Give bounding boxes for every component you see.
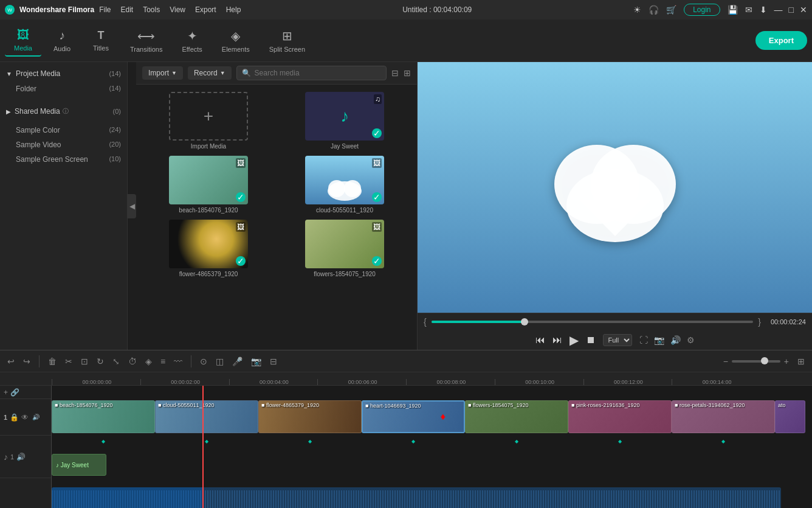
toolbar-titles[interactable]: T Titles xyxy=(83,26,119,55)
menu-file[interactable]: File xyxy=(99,5,111,14)
timer-button[interactable]: ⏱ xyxy=(126,355,139,367)
kf-dot-2: ◆ xyxy=(205,439,208,444)
zoom-slider[interactable] xyxy=(732,360,780,363)
brightness-icon[interactable]: ☀ xyxy=(633,5,641,15)
flower-item[interactable]: 🖼 ✓ flower-4865379_1920 xyxy=(143,220,274,277)
waveform-button[interactable]: 〰 xyxy=(171,355,185,367)
close-button[interactable]: ✕ xyxy=(800,5,807,15)
zoom-minus-button[interactable]: − xyxy=(723,357,728,366)
preview-timeline-bar[interactable] xyxy=(432,321,754,323)
play-button[interactable]: ▶ xyxy=(569,333,579,347)
shared-media-header[interactable]: ▶ Shared Media ⓘ (0) xyxy=(0,103,127,119)
download-icon[interactable]: ⬇ xyxy=(760,5,767,15)
sub-button[interactable]: ⊟ xyxy=(267,355,280,367)
heart-clip[interactable]: ■ heart-1046693_1920 ♦ xyxy=(362,400,465,433)
toolbar-elements[interactable]: ◈ Elements xyxy=(213,25,258,57)
bracket-left[interactable]: { xyxy=(424,317,427,327)
redo-button[interactable]: ↪ xyxy=(21,355,33,367)
filter-icon[interactable]: ⊟ xyxy=(391,68,399,78)
rotate-button[interactable]: ↻ xyxy=(94,355,106,367)
cloud-item[interactable]: 🖼 ✓ cloud-5055011_1920 xyxy=(280,156,410,214)
flowers2-item[interactable]: 🖼 ✓ flowers-1854075_1920 xyxy=(280,220,410,277)
rewind-button[interactable]: ⏮ xyxy=(535,335,545,346)
project-media-header[interactable]: ▼ Project Media (14) xyxy=(0,66,127,82)
fullscreen-icon[interactable]: ⛶ xyxy=(639,335,648,345)
pink-clip[interactable]: ■ pink-roses-2191636_1920 xyxy=(568,400,672,433)
mail-icon[interactable]: ✉ xyxy=(745,5,752,15)
playhead[interactable] xyxy=(202,386,204,508)
eye-icon[interactable]: 👁 xyxy=(21,413,29,422)
menu-edit[interactable]: Edit xyxy=(120,5,133,14)
lock-icon[interactable]: 🔒 xyxy=(10,413,19,422)
import-media-item[interactable]: + Import Media xyxy=(143,92,274,150)
record-button[interactable]: Record ▼ xyxy=(188,66,232,80)
step-back-button[interactable]: ⏭ xyxy=(552,335,562,346)
menu-view[interactable]: View xyxy=(170,5,185,14)
crop-button[interactable]: ⊡ xyxy=(78,355,91,367)
toolbar-split-screen[interactable]: ⊞ Split Screen xyxy=(261,25,314,57)
sidebar-item-sample-color[interactable]: Sample Color (24) xyxy=(0,123,127,137)
sidebar-collapse-button[interactable]: ◀ xyxy=(128,194,136,218)
undo-button[interactable]: ↩ xyxy=(5,355,17,367)
beach-clip[interactable]: ■ beach-1854076_1920 xyxy=(52,400,155,433)
menu-export[interactable]: Export xyxy=(195,5,216,14)
quality-select[interactable]: Full 1/2 1/4 xyxy=(603,334,632,346)
cart-icon[interactable]: 🛒 xyxy=(666,5,676,15)
mic-button[interactable]: 🎤 xyxy=(230,355,245,367)
ato-clip[interactable]: ato xyxy=(775,400,805,433)
grid-view-icon[interactable]: ⊞ xyxy=(404,68,411,78)
maximize-button[interactable]: □ xyxy=(789,5,794,15)
zoom-handle[interactable] xyxy=(761,357,768,364)
bracket-right[interactable]: } xyxy=(758,317,761,327)
menu-tools[interactable]: Tools xyxy=(143,5,160,14)
stop-button[interactable]: ⏹ xyxy=(586,335,596,346)
expand-button[interactable]: ⊞ xyxy=(795,355,807,367)
cut-button[interactable]: ✂ xyxy=(63,355,75,367)
audio-settings-button[interactable]: ≡ xyxy=(158,355,168,367)
toolbar-media-label: Media xyxy=(14,44,32,52)
project-media-count: (14) xyxy=(109,70,121,77)
jay-sweet-item[interactable]: ♪ ♫ ✓ Jay Sweet xyxy=(280,92,410,150)
toolbar-transitions[interactable]: ⟷ Transitions xyxy=(122,25,171,57)
toolbar-media[interactable]: 🖼 Media xyxy=(5,24,41,57)
flowers2-clip[interactable]: ■ flowers-1854075_1920 xyxy=(465,400,568,433)
waveform-clip[interactable] xyxy=(52,487,781,508)
delete-button[interactable]: 🗑 xyxy=(46,355,59,367)
cloud-clip[interactable]: ■ cloud-5055011_1920 xyxy=(155,400,258,433)
login-button[interactable]: Login xyxy=(684,4,720,16)
rose-clip-label: ■ rose-petals-3194062_1920 xyxy=(675,402,745,408)
search-input[interactable] xyxy=(255,69,381,77)
search-icon: 🔍 xyxy=(242,69,251,77)
sidebar-item-sample-green[interactable]: Sample Green Screen (10) xyxy=(0,152,127,167)
track-icons-1: 🔒 👁 xyxy=(10,413,29,422)
headphone-icon[interactable]: 🎧 xyxy=(649,5,659,15)
import-media-box[interactable]: + xyxy=(169,92,248,141)
menu-help[interactable]: Help xyxy=(226,5,241,14)
search-box[interactable]: 🔍 xyxy=(236,66,387,80)
settings-icon[interactable]: ⚙ xyxy=(687,335,695,345)
beach-item[interactable]: 🖼 ✓ beach-1854076_1920 xyxy=(143,156,274,214)
audio-lock-icon[interactable]: 🔊 xyxy=(16,453,26,461)
grid-button[interactable]: ◫ xyxy=(213,355,226,367)
link-icon[interactable]: 🔗 xyxy=(10,388,19,397)
screenshot-icon[interactable]: 📷 xyxy=(654,335,664,345)
volume-icon[interactable]: 🔊 xyxy=(670,335,681,345)
zoom-plus-button[interactable]: + xyxy=(784,357,789,366)
marker-button[interactable]: ◈ xyxy=(143,355,154,367)
toolbar-effects[interactable]: ✦ Effects xyxy=(173,25,210,57)
import-button[interactable]: Import ▼ xyxy=(142,66,183,80)
minimize-button[interactable]: — xyxy=(774,5,783,15)
add-media-icon[interactable]: + xyxy=(4,388,8,397)
camera-button[interactable]: 📷 xyxy=(249,355,264,367)
save-icon[interactable]: 💾 xyxy=(728,5,738,15)
transform-button[interactable]: ⤡ xyxy=(110,355,122,367)
sidebar-item-sample-video[interactable]: Sample Video (20) xyxy=(0,137,127,152)
toolbar-audio[interactable]: ♪ Audio xyxy=(44,25,80,56)
rose-clip[interactable]: ■ rose-petals-3194062_1920 xyxy=(672,400,775,433)
sidebar-item-folder[interactable]: Folder (14) xyxy=(0,82,127,96)
snap-button[interactable]: ⊙ xyxy=(198,355,210,367)
audio-icon-small[interactable]: 🔊 xyxy=(32,414,40,420)
flower-clip[interactable]: ■ flower-4865379_1920 xyxy=(258,400,362,433)
jay-sweet-clip[interactable]: ♪ Jay Sweet xyxy=(52,454,106,476)
export-button[interactable]: Export xyxy=(755,31,807,50)
